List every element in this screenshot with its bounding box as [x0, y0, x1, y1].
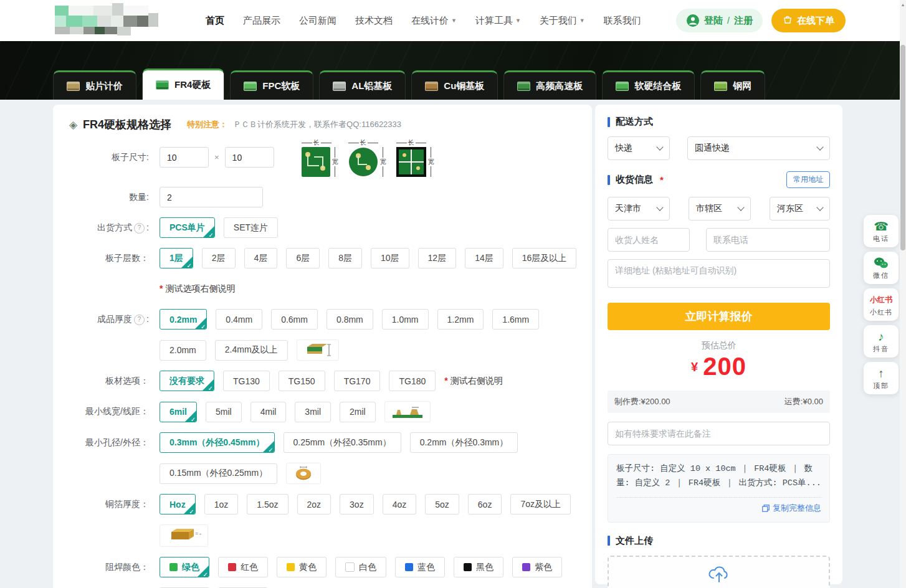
province-select[interactable]: 天津市 [608, 197, 670, 220]
option-chip[interactable]: 8层 [328, 248, 362, 268]
receiver-name-input[interactable] [608, 228, 690, 252]
option-chip[interactable]: 6mil [160, 402, 197, 422]
float-back-to-top[interactable]: ↑顶部 [864, 362, 899, 394]
register-link[interactable]: 注册 [734, 15, 753, 27]
city-select[interactable]: 市辖区 [689, 197, 751, 220]
option-chip[interactable]: 14层 [465, 248, 503, 268]
login-link[interactable]: 登陆 [704, 15, 723, 27]
option-chip[interactable]: 2层 [202, 248, 236, 268]
option-chip[interactable]: 没有要求 [160, 371, 214, 391]
tab-3[interactable]: AL铝基板 [319, 70, 406, 100]
nav-item-7[interactable]: 联系我们 [604, 15, 641, 27]
help-icon[interactable]: ? [134, 223, 145, 234]
option-chip[interactable]: 3oz [340, 494, 374, 514]
float-phone[interactable]: ☎电话 [864, 215, 899, 247]
option-chip[interactable]: 1.6mm [492, 309, 539, 330]
nav-item-0[interactable]: 首页 [206, 15, 224, 27]
remark-input[interactable] [608, 422, 830, 445]
option-chip[interactable]: TG150 [279, 371, 325, 391]
nav-item-6[interactable]: 关于我们▼ [540, 15, 585, 27]
float-xiaohongshu[interactable]: 小红书小红书 [864, 288, 899, 321]
nav-item-3[interactable]: 技术文档 [355, 15, 393, 27]
file-upload-dropzone[interactable]: 点击或拖拽文件到此处 [608, 556, 830, 588]
option-chip[interactable]: 黑色 [454, 557, 503, 577]
option-chip[interactable]: PCS单片 [160, 217, 215, 238]
option-chip[interactable]: 2.0mm [160, 340, 206, 361]
option-chip[interactable]: 5oz [425, 494, 459, 514]
logo-placeholder[interactable] [55, 3, 179, 38]
chevron-down-icon [656, 143, 663, 150]
online-order-button[interactable]: 在线下单 [771, 9, 846, 32]
tab-1[interactable]: FR4硬板 [142, 69, 224, 100]
option-chip[interactable]: 0.2mm（外径0.3mm） [410, 432, 518, 453]
address-detail-textarea[interactable] [608, 259, 830, 288]
option-chip[interactable]: 16层及以上 [512, 248, 577, 268]
scrollbar[interactable]: ▲ [900, 0, 906, 588]
float-wechat[interactable]: 微信 [864, 252, 899, 284]
copy-full-info-link[interactable]: 复制完整信息 [762, 503, 821, 514]
calculate-quote-button[interactable]: 立即计算报价 [608, 303, 830, 330]
scrollbar-up-arrow[interactable]: ▲ [900, 0, 906, 9]
option-chip[interactable]: 2.4mm及以上 [215, 340, 288, 361]
svg-text:=←: =← [195, 530, 201, 536]
option-chip[interactable]: 5mil [206, 402, 242, 422]
option-chip[interactable]: 0.15mm（外径0.25mm） [160, 463, 277, 484]
option-chip[interactable]: 1.2mm [437, 309, 484, 330]
district-select[interactable]: 河东区 [770, 197, 830, 220]
nav-item-2[interactable]: 公司新闻 [299, 15, 336, 27]
nav-item-4[interactable]: 在线计价▼ [411, 15, 457, 27]
option-chip[interactable]: 2oz [297, 494, 331, 514]
shipping-method-select[interactable]: 快递 [608, 136, 670, 160]
common-address-button[interactable]: 常用地址 [786, 171, 830, 188]
shipping-carrier-select[interactable]: 圆通快递 [687, 136, 830, 160]
scrollbar-thumb[interactable] [900, 45, 905, 250]
option-chip[interactable]: 4层 [244, 248, 278, 268]
option-chip[interactable]: 12层 [418, 248, 457, 268]
phone-input[interactable] [706, 228, 830, 252]
option-chip[interactable]: SET连片 [224, 217, 278, 238]
option-chip[interactable]: 10层 [371, 248, 409, 268]
option-chip[interactable]: 1oz [204, 494, 239, 514]
tab-7[interactable]: 钢网 [700, 70, 765, 100]
option-chip[interactable]: 0.6mm [271, 309, 318, 330]
option-chip[interactable]: TG170 [334, 371, 381, 391]
option-chip[interactable]: 7oz及以上 [510, 494, 571, 514]
tab-6[interactable]: 软硬结合板 [602, 70, 695, 100]
option-chip[interactable]: Hoz [160, 494, 196, 514]
option-chip[interactable]: 紫色 [512, 557, 562, 577]
login-register[interactable]: 登陆 / 注册 [676, 9, 763, 32]
option-chip[interactable]: 黄色 [277, 557, 327, 577]
option-chip[interactable]: 0.2mm [160, 309, 207, 330]
option-chip[interactable]: 白色 [335, 557, 386, 577]
option-chip[interactable]: TG130 [223, 371, 270, 391]
option-chip[interactable]: 3mil [295, 402, 331, 422]
nav-item-5[interactable]: 计算工具▼ [475, 15, 521, 27]
option-chip[interactable]: 0.4mm [216, 309, 262, 330]
quantity-input[interactable] [160, 187, 263, 207]
option-chip[interactable]: 0.8mm [327, 309, 373, 330]
option-chip[interactable]: 4oz [383, 494, 417, 514]
option-chip[interactable]: TG180 [389, 371, 436, 391]
option-chip[interactable]: 1层 [160, 248, 193, 268]
tab-5[interactable]: 高频高速板 [503, 70, 596, 100]
board-length-input[interactable] [160, 147, 209, 168]
row-label: 成品厚度?: [69, 309, 160, 361]
tab-2[interactable]: FPC软板 [230, 70, 313, 100]
help-icon[interactable]: ? [134, 315, 145, 325]
option-chip[interactable]: 6oz [468, 494, 502, 514]
float-douyin[interactable]: ♪抖音 [864, 325, 899, 358]
option-chip[interactable]: 绿色 [160, 557, 209, 577]
option-chip[interactable]: 0.3mm（外径0.45mm） [160, 432, 275, 453]
option-chip[interactable]: 6层 [286, 248, 320, 268]
board-width-input[interactable] [225, 147, 274, 168]
option-chip[interactable]: 4mil [250, 402, 287, 422]
option-chip[interactable]: 1.0mm [382, 309, 429, 330]
option-chip[interactable]: 红色 [218, 557, 268, 577]
nav-item-1[interactable]: 产品展示 [243, 15, 280, 27]
tab-0[interactable]: 贴片计价 [53, 70, 136, 100]
option-chip[interactable]: 1.5oz [247, 494, 288, 514]
option-chip[interactable]: 2mil [340, 402, 376, 422]
option-chip[interactable]: 蓝色 [395, 557, 445, 577]
tab-4[interactable]: Cu铜基板 [411, 70, 498, 100]
option-chip[interactable]: 0.25mm（外径0.35mm） [284, 432, 401, 453]
